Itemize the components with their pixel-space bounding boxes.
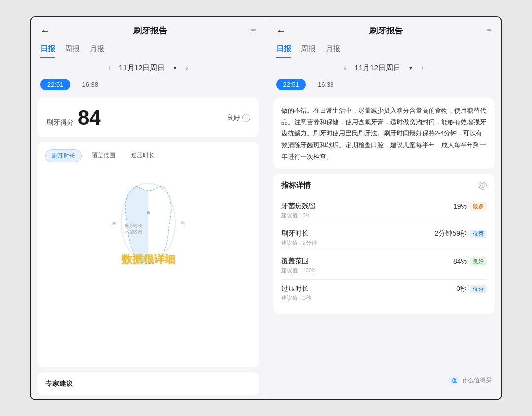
date-text-left: 11月12日周日 (119, 64, 165, 73)
metric-sub-duration: 建议值：2分钟 (281, 239, 487, 247)
score-label: 刷牙得分 (46, 118, 74, 127)
svg-text:左: 左 (112, 221, 117, 226)
metric-badge-duration: 优秀 (470, 230, 487, 238)
right-title: 刷牙报告 (369, 25, 403, 36)
metric-name-pressure: 过压时长 (281, 285, 309, 293)
score-card: 刷牙得分 84 良好 i (37, 98, 259, 137)
time-btn-1-right[interactable]: 22:51 (276, 79, 306, 90)
svg-text:刷牙时长: 刷牙时长 (125, 224, 142, 228)
tab-monthly-left[interactable]: 月报 (90, 44, 104, 58)
metrics-title: 指标详情 (281, 181, 311, 190)
detail-tab-pressure[interactable]: 过压时长 (125, 149, 161, 162)
time-btn-1-left[interactable]: 22:51 (40, 79, 70, 90)
metric-row-duration: 刷牙时长 2分钟59秒 优秀 建议值：2分钟 (281, 224, 487, 252)
metric-badge-coverage: 良好 (470, 257, 487, 266)
back-button-right[interactable]: ← (276, 25, 286, 36)
next-date-right[interactable]: › (421, 64, 424, 72)
date-dropdown-right[interactable]: ▼ (408, 65, 413, 71)
svg-point-1 (147, 211, 150, 214)
metric-name-duration: 刷牙时长 (281, 229, 309, 238)
metric-row-pressure: 过压时长 0秒 优秀 建议值：0秒 (281, 280, 487, 307)
detail-tab-duration[interactable]: 刷牙时长 (45, 149, 82, 162)
right-tabs: 日报 周报 月报 (266, 42, 502, 58)
metric-row-coverage: 覆盖范围 84% 良好 建议值：100% (281, 252, 487, 280)
metric-sub-plaque: 建议值：0% (281, 212, 487, 219)
prev-date-left[interactable]: ‹ (108, 64, 111, 72)
watermark-site: 什么值得买 (462, 376, 492, 384)
bottom-watermark: 值 什么值得买 (449, 376, 492, 385)
right-panel: ← 刷牙报告 ≡ 日报 周报 月报 ‹ 11月12日周日 ▼ › 22:51 1… (266, 17, 502, 399)
score-info-icon[interactable]: i (242, 114, 250, 122)
menu-icon-left[interactable]: ≡ (251, 26, 256, 36)
metric-name-coverage: 覆盖范围 (281, 257, 309, 266)
metric-name-plaque: 牙菌斑残留 (281, 202, 316, 211)
metric-sub-coverage: 建议值：100% (281, 267, 487, 274)
right-content: 做的不错。在日常生活中，尽量减少摄入糖分含量高的食物，使用糖替代品。注意营养和保… (266, 94, 502, 399)
prev-date-right[interactable]: ‹ (344, 64, 346, 72)
time-buttons-right: 22:51 16:38 (266, 77, 502, 94)
expert-section: 专家建议 (37, 372, 259, 395)
left-tabs: 日报 周报 月报 (31, 42, 266, 58)
metrics-info-icon[interactable]: ⓘ (479, 182, 487, 190)
detail-tabs: 刷牙时长 覆盖范围 过压时长 (45, 149, 251, 162)
metric-row-plaque: 牙菌斑残留 19% 较多 建议值：0% (281, 197, 487, 224)
watermark-icon: 值 (449, 376, 459, 385)
metric-sub-pressure: 建议值：0秒 (281, 294, 487, 302)
svg-text:不足区域: 不足区域 (125, 229, 142, 234)
back-button-left[interactable]: ← (40, 25, 50, 36)
watermark-text: 数据很详细 (121, 252, 175, 267)
advice-text: 做的不错。在日常生活中，尽量减少摄入糖分含量高的食物，使用糖替代品。注意营养和保… (281, 105, 487, 162)
advice-card: 做的不错。在日常生活中，尽量减少摄入糖分含量高的食物，使用糖替代品。注意营养和保… (273, 98, 495, 169)
svg-text:右: 右 (180, 221, 185, 226)
time-btn-2-right[interactable]: 16:38 (311, 79, 341, 90)
left-title: 刷牙报告 (133, 25, 167, 36)
date-text-right: 11月12日周日 (355, 64, 400, 73)
metric-badge-pressure: 优秀 (470, 285, 487, 293)
metric-value-pressure: 0秒 (456, 285, 467, 293)
metric-value-coverage: 84% (453, 257, 467, 265)
tab-daily-left[interactable]: 日报 (40, 44, 55, 58)
detail-tab-coverage[interactable]: 覆盖范围 (86, 149, 121, 162)
left-date-nav: ‹ 11月12日周日 ▼ › (31, 58, 266, 77)
menu-icon-right[interactable]: ≡ (486, 26, 492, 36)
right-header: ← 刷牙报告 ≡ (266, 17, 502, 42)
left-panel: ← 刷牙报告 ≡ 日报 周报 月报 ‹ 11月12日周日 ▼ › 22:51 1… (31, 17, 266, 399)
tab-monthly-right[interactable]: 月报 (326, 44, 340, 58)
tab-weekly-right[interactable]: 周报 (301, 44, 316, 58)
time-btn-2-left[interactable]: 16:38 (75, 79, 105, 90)
tab-daily-right[interactable]: 日报 (276, 44, 291, 58)
left-content: 刷牙得分 84 良好 i 刷牙时长 覆盖范围 过压时长 (31, 94, 266, 399)
score-number: 84 (78, 106, 101, 129)
time-buttons-left: 22:51 16:38 (31, 77, 266, 94)
tooth-diagram: 刷牙时长 不足区域 左 右 数据很详细 (45, 168, 251, 277)
expert-title: 专家建议 (45, 380, 73, 387)
metrics-header: 指标详情 ⓘ (281, 181, 487, 190)
left-header: ← 刷牙报告 ≡ (31, 17, 266, 42)
metric-value-plaque: 19% (453, 202, 467, 210)
right-date-nav: ‹ 11月12日周日 ▼ › (266, 58, 502, 77)
metric-value-duration: 2分钟59秒 (435, 229, 467, 238)
date-dropdown-left[interactable]: ▼ (172, 65, 177, 71)
tab-weekly-left[interactable]: 周报 (65, 44, 80, 58)
metrics-card: 指标详情 ⓘ 牙菌斑残留 19% 较多 建议值：0% (273, 174, 495, 314)
score-rating: 良好 i (227, 113, 250, 122)
metric-badge-plaque: 较多 (470, 202, 487, 211)
detail-card: 刷牙时长 覆盖范围 过压时长 (37, 142, 259, 367)
next-date-left[interactable]: › (185, 64, 188, 72)
